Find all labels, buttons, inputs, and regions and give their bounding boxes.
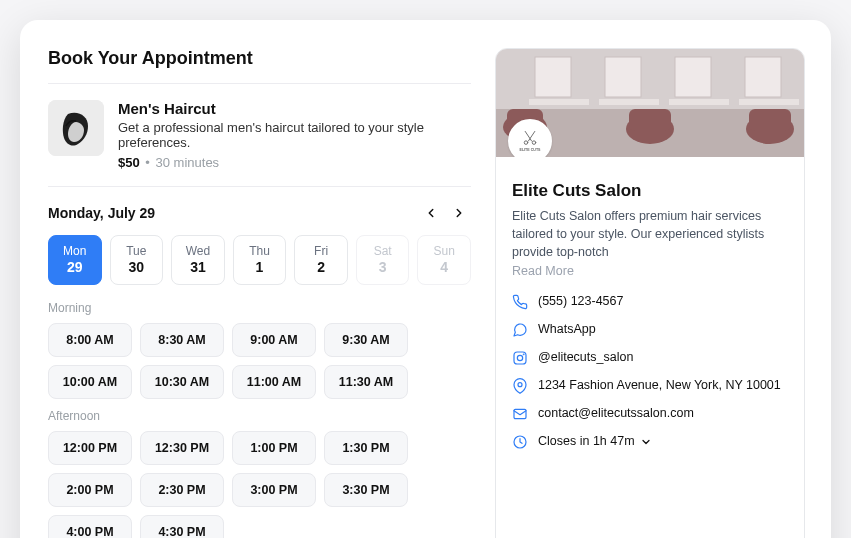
- page-title: Book Your Appointment: [48, 48, 471, 84]
- timeslot-button[interactable]: 8:30 AM: [140, 323, 224, 357]
- timeslot-button[interactable]: 11:30 AM: [324, 365, 408, 399]
- day-cell: Sun4: [417, 235, 471, 285]
- location-icon: [512, 378, 528, 394]
- service-description: Get a professional men's haircut tailore…: [118, 120, 471, 150]
- day-number: 30: [111, 259, 163, 275]
- phone-icon: [512, 294, 528, 310]
- svg-rect-3: [535, 57, 571, 97]
- day-of-week: Sat: [357, 244, 409, 258]
- timeslot-button[interactable]: 10:00 AM: [48, 365, 132, 399]
- day-cell[interactable]: Mon29: [48, 235, 102, 285]
- svg-point-26: [518, 383, 522, 387]
- service-info: Men's Haircut Get a professional men's h…: [118, 100, 471, 170]
- day-cell[interactable]: Fri2: [294, 235, 348, 285]
- service-price-row: $50 • 30 minutes: [118, 155, 471, 170]
- day-number: 4: [418, 259, 470, 275]
- timeslot-button[interactable]: 4:30 PM: [140, 515, 224, 538]
- service-price: $50: [118, 155, 140, 170]
- day-number: 3: [357, 259, 409, 275]
- timeslot-button[interactable]: 2:00 PM: [48, 473, 132, 507]
- contact-instagram-text: @elitecuts_salon: [538, 349, 788, 366]
- timeslot-button[interactable]: 3:00 PM: [232, 473, 316, 507]
- day-cell[interactable]: Tue30: [110, 235, 164, 285]
- date-header: Monday, July 29: [48, 201, 471, 225]
- contact-address-text: 1234 Fashion Avenue, New York, NY 10001: [538, 377, 788, 394]
- timeslot-button[interactable]: 3:30 PM: [324, 473, 408, 507]
- svg-text:ELITE CUTS: ELITE CUTS: [520, 148, 542, 152]
- email-icon: [512, 406, 528, 422]
- salon-logo: ELITE CUTS: [508, 119, 552, 157]
- booking-card: Book Your Appointment Men's Haircut Get …: [20, 20, 831, 538]
- timeslot-button[interactable]: 10:30 AM: [140, 365, 224, 399]
- timeslot-button[interactable]: 4:00 PM: [48, 515, 132, 538]
- day-of-week: Thu: [234, 244, 286, 258]
- day-number: 29: [49, 259, 101, 275]
- contact-whatsapp-text: WhatsApp: [538, 321, 788, 338]
- svg-rect-14: [599, 99, 659, 105]
- selected-date-label: Monday, July 29: [48, 205, 155, 221]
- day-number: 2: [295, 259, 347, 275]
- contact-phone[interactable]: (555) 123-4567: [512, 293, 788, 310]
- salon-name: Elite Cuts Salon: [512, 181, 788, 201]
- svg-point-17: [515, 126, 545, 156]
- booking-left-panel: Book Your Appointment Men's Haircut Get …: [48, 48, 471, 538]
- contact-email[interactable]: contact@elitecutssalon.com: [512, 405, 788, 422]
- salon-description: Elite Cuts Salon offers premium hair ser…: [512, 207, 788, 261]
- day-of-week: Sun: [418, 244, 470, 258]
- svg-point-24: [517, 356, 522, 361]
- timeslot-button[interactable]: 11:00 AM: [232, 365, 316, 399]
- salon-panel: ELITE CUTS Elite Cuts Salon Elite Cuts S…: [495, 48, 805, 538]
- timeslot-button[interactable]: 1:00 PM: [232, 431, 316, 465]
- day-of-week: Mon: [49, 244, 101, 258]
- morning-label: Morning: [48, 301, 471, 315]
- contact-hours-text: Closes in 1h 47m: [538, 433, 788, 450]
- prev-week-button[interactable]: [419, 201, 443, 225]
- svg-rect-12: [749, 109, 791, 131]
- contact-hours[interactable]: Closes in 1h 47m: [512, 433, 788, 450]
- chevron-down-icon: [640, 436, 652, 448]
- timeslot-button[interactable]: 9:30 AM: [324, 323, 408, 357]
- svg-rect-13: [529, 99, 589, 105]
- hours-value: Closes in 1h 47m: [538, 434, 635, 448]
- svg-point-25: [523, 354, 524, 355]
- separator-dot: •: [145, 155, 150, 170]
- timeslot-button[interactable]: 8:00 AM: [48, 323, 132, 357]
- read-more-link[interactable]: Read More: [512, 264, 574, 278]
- svg-rect-15: [669, 99, 729, 105]
- day-of-week: Tue: [111, 244, 163, 258]
- days-row: Mon29Tue30Wed31Thu1Fri2Sat3Sun4: [48, 235, 471, 285]
- whatsapp-icon: [512, 322, 528, 338]
- contact-instagram[interactable]: @elitecuts_salon: [512, 349, 788, 366]
- day-of-week: Fri: [295, 244, 347, 258]
- svg-rect-10: [629, 109, 671, 131]
- svg-rect-16: [739, 99, 799, 105]
- contact-email-text: contact@elitecutssalon.com: [538, 405, 788, 422]
- chevron-right-icon: [452, 206, 466, 220]
- timeslot-button[interactable]: 2:30 PM: [140, 473, 224, 507]
- day-number: 31: [172, 259, 224, 275]
- timeslot-button[interactable]: 1:30 PM: [324, 431, 408, 465]
- svg-rect-5: [675, 57, 711, 97]
- timeslot-button[interactable]: 9:00 AM: [232, 323, 316, 357]
- morning-slots: 8:00 AM8:30 AM9:00 AM9:30 AM10:00 AM10:3…: [48, 323, 471, 399]
- salon-cover: ELITE CUTS: [496, 49, 804, 157]
- service-summary: Men's Haircut Get a professional men's h…: [48, 100, 471, 187]
- day-cell[interactable]: Wed31: [171, 235, 225, 285]
- contact-address[interactable]: 1234 Fashion Avenue, New York, NY 10001: [512, 377, 788, 394]
- instagram-icon: [512, 350, 528, 366]
- clock-icon: [512, 434, 528, 450]
- chevron-left-icon: [424, 206, 438, 220]
- salon-body: Elite Cuts Salon Elite Cuts Salon offers…: [496, 157, 804, 466]
- service-image: [48, 100, 104, 156]
- service-name: Men's Haircut: [118, 100, 471, 117]
- next-week-button[interactable]: [447, 201, 471, 225]
- day-cell: Sat3: [356, 235, 410, 285]
- day-cell[interactable]: Thu1: [233, 235, 287, 285]
- timeslot-button[interactable]: 12:00 PM: [48, 431, 132, 465]
- contact-whatsapp[interactable]: WhatsApp: [512, 321, 788, 338]
- date-nav-arrows: [419, 201, 471, 225]
- timeslot-button[interactable]: 12:30 PM: [140, 431, 224, 465]
- contact-list: (555) 123-4567 WhatsApp @elitecuts_salon: [512, 293, 788, 450]
- afternoon-slots: 12:00 PM12:30 PM1:00 PM1:30 PM2:00 PM2:3…: [48, 431, 471, 538]
- svg-rect-4: [605, 57, 641, 97]
